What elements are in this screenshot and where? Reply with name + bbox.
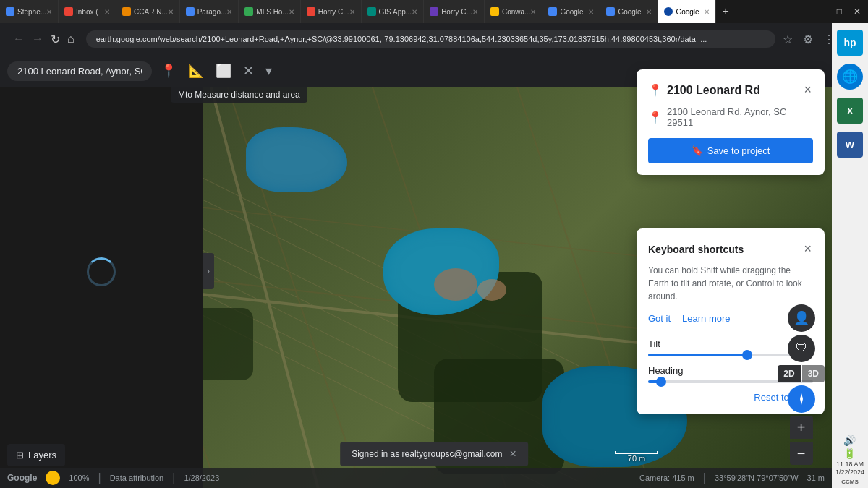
info-card-header: 📍 2100 Leonard Rd × [648, 81, 813, 99]
sidebar-edge-icon[interactable]: 🌐 [833, 60, 867, 93]
sidebar-excel-icon[interactable]: X [833, 94, 867, 127]
tab-close-3[interactable]: ✕ [168, 8, 174, 16]
sidebar-word-icon[interactable]: W [833, 128, 867, 161]
tab-close-7[interactable]: ✕ [412, 8, 417, 16]
pin-icon: 📍 [648, 83, 663, 97]
browser-tab-12-active[interactable]: Google ✕ [658, 0, 716, 23]
browser-tab-3[interactable]: CCAR N... ✕ [116, 0, 180, 23]
privacy-button[interactable]: 🛡 [788, 335, 815, 362]
browser-tab-11[interactable]: Google ✕ [600, 0, 658, 23]
shortcuts-close-button[interactable]: × [802, 240, 813, 258]
shortcuts-header: Keyboard shortcuts × [648, 240, 813, 258]
browser-tab-10[interactable]: Google ✕ [542, 0, 600, 23]
back-button[interactable]: ← [10, 31, 27, 47]
clock-display: 11:18 AM 1/22/2024 [835, 461, 864, 477]
earth-ruler-button[interactable]: 📐 [185, 60, 207, 82]
tab-close-9[interactable]: ✕ [530, 8, 536, 16]
view-toggle: 2D 3D [778, 365, 825, 382]
tab-close-4[interactable]: ✕ [226, 8, 232, 16]
browser-tab-1[interactable]: Stephe... ✕ [0, 0, 59, 23]
browser-tab-7[interactable]: GIS App... ✕ [362, 0, 425, 23]
layers-button[interactable]: ⊞ Layers [7, 444, 65, 466]
browser-tab-9[interactable]: Conwa... ✕ [485, 0, 542, 23]
data-attribution[interactable]: Data attribution [110, 474, 164, 482]
scale-bar: 70 m [615, 451, 658, 463]
svg-line-13 [203, 55, 318, 488]
scale-label: 70 m [615, 454, 658, 463]
pegman-button[interactable]: 👤 [788, 304, 815, 332]
forward-button[interactable]: → [29, 31, 46, 47]
earth-more-button[interactable]: ✕ [240, 60, 257, 82]
restore-button[interactable]: □ [833, 0, 846, 23]
zoom-in-button[interactable]: + [790, 416, 813, 439]
loading-spinner [87, 257, 116, 286]
volume-icon[interactable]: 🔊 [843, 435, 856, 446]
close-button[interactable]: ✕ [849, 0, 865, 23]
windows-right-sidebar: hp 🌐 X W 🔊 🔋 11:18 AM 1/22/2024 CCMS [832, 23, 868, 488]
got-it-button[interactable]: Got it [648, 313, 671, 324]
earth-expand-button[interactable]: ▾ [263, 60, 275, 82]
window-controls: ─ □ ✕ [814, 0, 868, 23]
browser-tab-bar: Stephe... ✕ Inbox ( ✕ CCAR N... ✕ Parago… [0, 0, 868, 23]
tab-close-2[interactable]: ✕ [104, 8, 110, 16]
battery-icon[interactable]: 🔋 [843, 448, 856, 459]
tab-close-6[interactable]: ✕ [349, 8, 355, 16]
save-to-project-button[interactable]: 🔖 Save to project [648, 138, 813, 163]
bookmark-button[interactable]: ☆ [780, 30, 796, 49]
home-button[interactable]: ⌂ [64, 31, 77, 47]
info-card-title: 📍 2100 Leonard Rd [648, 83, 760, 97]
coordinates-display: 33°59'28"N 79°07'50"W [715, 474, 799, 482]
map-control-group: 👤 🛡 2D 3D + − [778, 304, 825, 465]
heading-slider-thumb[interactable] [656, 377, 666, 387]
bottom-left-controls: ⊞ Layers [7, 444, 65, 466]
browser-tab-2[interactable]: Inbox ( ✕ [59, 0, 116, 23]
zoom-out-button[interactable]: − [790, 442, 813, 465]
dirt-patch-2 [477, 279, 506, 301]
altitude-display: 31 m [807, 474, 825, 482]
tab-close-10[interactable]: ✕ [588, 8, 594, 16]
compass-icon [794, 392, 809, 406]
browser-tab-8[interactable]: Horry C... ✕ [424, 0, 485, 23]
view-3d-button[interactable]: 3D [802, 365, 825, 382]
minimize-button[interactable]: ─ [814, 0, 830, 23]
address-bar-row: ← → ↻ ⌂ ☆ ⚙ ⋮ 👤 [0, 23, 868, 55]
expand-panel-button[interactable]: › [203, 253, 214, 289]
earth-search-input[interactable] [7, 61, 152, 81]
nav-arrows: ← → ↻ ⌂ [6, 31, 82, 48]
browser-tab-6[interactable]: Horry C... ✕ [301, 0, 362, 23]
browser-tab-5[interactable]: MLS Ho... ✕ [239, 0, 300, 23]
bookmark-icon: 🔖 [692, 145, 703, 156]
tab-close-5[interactable]: ✕ [289, 8, 294, 16]
compass-button[interactable] [788, 385, 815, 413]
earth-view-button[interactable]: ⬜ [213, 60, 234, 82]
tab-close-12[interactable]: ✕ [704, 8, 710, 16]
signed-in-bar: Signed in as realtygroupsc@gmail.com × [340, 442, 528, 466]
earth-location-button[interactable]: 📍 [158, 60, 179, 82]
map-status-bar: Google 100% | Data attribution | 1/28/20… [0, 468, 832, 488]
browser-tab-4[interactable]: Parago... ✕ [180, 0, 239, 23]
info-card-subtitle: 📍 2100 Leonard Rd, Aynor, SC 29511 [648, 106, 813, 128]
reload-button[interactable]: ↻ [48, 31, 63, 48]
learn-more-button[interactable]: Learn more [682, 313, 730, 324]
info-card-close-button[interactable]: × [802, 81, 813, 99]
layers-icon: ⊞ [16, 450, 24, 461]
sidebar-hp-icon[interactable]: hp [833, 26, 867, 59]
view-2d-button[interactable]: 2D [778, 365, 800, 382]
signed-in-close-button[interactable]: × [509, 448, 516, 461]
new-tab-button[interactable]: + [716, 5, 734, 18]
tab-close-8[interactable]: ✕ [472, 8, 478, 16]
dirt-patch-1 [434, 268, 477, 301]
ccms-label: CCMS [841, 479, 859, 485]
tab-close-1[interactable]: ✕ [46, 8, 52, 16]
info-card: 📍 2100 Leonard Rd × 📍 2100 Leonard Rd, A… [637, 69, 825, 175]
address-input[interactable] [86, 30, 775, 48]
windows-tray: 🔊 🔋 11:18 AM 1/22/2024 CCMS [835, 435, 864, 488]
map-date: 1/28/2023 [184, 474, 219, 482]
tilt-slider-thumb[interactable] [742, 350, 752, 360]
tab-close-11[interactable]: ✕ [646, 8, 652, 16]
subtitle-pin-icon: 📍 [648, 111, 663, 124]
svg-line-7 [217, 55, 362, 488]
status-circle [46, 471, 60, 485]
camera-info: Camera: 415 m [639, 474, 694, 482]
extensions-button[interactable]: ⚙ [800, 30, 816, 49]
